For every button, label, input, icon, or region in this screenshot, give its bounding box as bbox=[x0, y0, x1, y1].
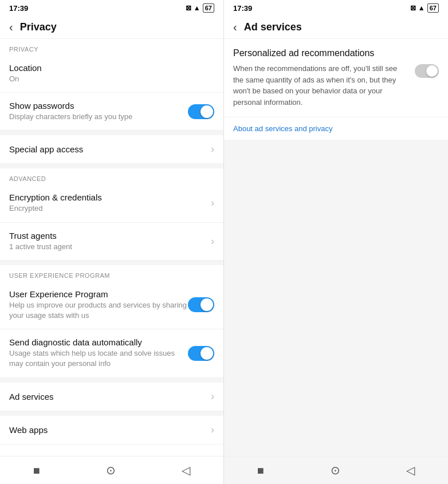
status-icons-left: ⊠ ▲ 67 bbox=[186, 3, 214, 13]
show-passwords-title: Show passwords bbox=[9, 101, 188, 111]
web-apps-content: Web apps bbox=[9, 425, 211, 435]
uxp-title: User Experience Program bbox=[9, 289, 188, 299]
time-left: 17:39 bbox=[9, 4, 28, 13]
divider-2 bbox=[0, 164, 223, 168]
list-item-special-app[interactable]: Special app access › bbox=[0, 135, 223, 164]
list-item-location[interactable]: Location On bbox=[0, 55, 223, 93]
web-apps-title: Web apps bbox=[9, 425, 211, 435]
diagnostic-content: Send diagnostic data automatically Usage… bbox=[9, 337, 188, 369]
list-item-show-passwords[interactable]: Show passwords Display characters briefl… bbox=[0, 93, 223, 131]
special-app-arrow: › bbox=[211, 143, 214, 155]
nav-square-right[interactable]: ■ bbox=[257, 464, 264, 477]
ad-card-title: Personalized ad recommendations bbox=[233, 48, 439, 58]
section-label-advanced: ADVANCED bbox=[0, 168, 223, 184]
divider-5 bbox=[0, 411, 223, 416]
privacy-panel: 17:39 ⊠ ▲ 67 ‹ Privacy PRIVACY Location … bbox=[0, 0, 224, 484]
location-title: Location bbox=[9, 63, 214, 73]
encryption-subtitle: Encrypted bbox=[9, 203, 211, 214]
ad-services-panel: 17:39 ⊠ ▲ 67 ‹ Ad services Personalized … bbox=[224, 0, 448, 484]
show-passwords-toggle-container bbox=[188, 104, 214, 119]
special-app-content: Special app access bbox=[9, 144, 211, 154]
uxp-knob bbox=[201, 298, 213, 311]
ad-link[interactable]: About ad services and privacy bbox=[224, 117, 448, 140]
trust-agents-arrow: › bbox=[211, 235, 214, 247]
web-apps-arrow: › bbox=[211, 424, 214, 436]
sim-icon-right: ⊠ bbox=[410, 4, 416, 12]
uxp-content: User Experience Program Help us improve … bbox=[9, 289, 188, 321]
show-passwords-knob bbox=[201, 105, 213, 118]
list-item-uxp[interactable]: User Experience Program Help us improve … bbox=[0, 281, 223, 329]
nav-circle-right[interactable]: ⊙ bbox=[331, 463, 340, 477]
status-icons-right: ⊠ ▲ 67 bbox=[410, 3, 439, 13]
privacy-scroll: PRIVACY Location On Show passwords Displ… bbox=[0, 39, 223, 456]
battery-left: 67 bbox=[203, 3, 214, 13]
ad-card-row: When the recommendations are off, you'll… bbox=[233, 63, 439, 108]
top-bar-left: ‹ Privacy bbox=[0, 16, 223, 39]
encryption-title: Encryption & credentials bbox=[9, 192, 211, 202]
section-label-uxp: USER EXPERIENCE PROGRAM bbox=[0, 265, 223, 281]
list-item-ad-services[interactable]: Ad services › bbox=[0, 383, 223, 411]
battery-right: 67 bbox=[427, 3, 439, 13]
time-right: 17:39 bbox=[233, 4, 252, 13]
list-item-encryption[interactable]: Encryption & credentials Encrypted › bbox=[0, 184, 223, 222]
trust-agents-content: Trust agents 1 active trust agent bbox=[9, 231, 211, 252]
ad-card: Personalized ad recommendations When the… bbox=[224, 39, 448, 117]
list-item-web-apps[interactable]: Web apps › bbox=[0, 416, 223, 444]
back-button-left[interactable]: ‹ bbox=[9, 21, 13, 34]
location-subtitle: On bbox=[9, 74, 214, 84]
status-bar-left: 17:39 ⊠ ▲ 67 bbox=[0, 0, 223, 16]
ad-services-content: Ad services bbox=[9, 392, 211, 402]
ad-services-title: Ad services bbox=[9, 392, 211, 402]
nav-triangle-left[interactable]: ◁ bbox=[182, 463, 190, 477]
page-title-left: Privacy bbox=[20, 21, 57, 33]
list-item-diagnostic[interactable]: Send diagnostic data automatically Usage… bbox=[0, 329, 223, 377]
show-passwords-toggle[interactable] bbox=[188, 104, 214, 119]
nav-triangle-right[interactable]: ◁ bbox=[406, 463, 415, 477]
diagnostic-subtitle: Usage stats which help us locate and sol… bbox=[9, 348, 188, 369]
ad-services-arrow: › bbox=[211, 391, 214, 403]
encryption-content: Encryption & credentials Encrypted bbox=[9, 192, 211, 214]
list-item-trust-agents[interactable]: Trust agents 1 active trust agent › bbox=[0, 223, 223, 261]
trust-agents-subtitle: 1 active trust agent bbox=[9, 242, 211, 252]
divider-3 bbox=[0, 261, 223, 265]
nav-square-left[interactable]: ■ bbox=[33, 464, 40, 477]
encryption-arrow: › bbox=[211, 197, 214, 209]
uxp-toggle-container bbox=[188, 297, 214, 312]
nav-circle-left[interactable]: ⊙ bbox=[106, 463, 116, 477]
location-content: Location On bbox=[9, 63, 214, 84]
back-button-right[interactable]: ‹ bbox=[233, 21, 237, 34]
section-label-privacy: PRIVACY bbox=[0, 39, 223, 55]
diagnostic-toggle[interactable] bbox=[188, 346, 214, 361]
trust-agents-title: Trust agents bbox=[9, 231, 211, 241]
diagnostic-toggle-container bbox=[188, 346, 214, 361]
sim-icon: ⊠ bbox=[186, 4, 191, 12]
page-title-right: Ad services bbox=[244, 21, 302, 33]
wifi-icon-right: ▲ bbox=[418, 4, 425, 12]
ad-scroll: Personalized ad recommendations When the… bbox=[224, 39, 448, 456]
special-app-title: Special app access bbox=[9, 144, 211, 154]
show-passwords-content: Show passwords Display characters briefl… bbox=[9, 101, 188, 122]
ad-recommendations-toggle[interactable] bbox=[415, 64, 439, 78]
top-bar-right: ‹ Ad services bbox=[224, 16, 448, 39]
uxp-toggle[interactable] bbox=[188, 297, 214, 312]
bottom-nav-right: ■ ⊙ ◁ bbox=[224, 456, 448, 484]
bottom-nav-left: ■ ⊙ ◁ bbox=[0, 456, 223, 484]
status-bar-right: 17:39 ⊠ ▲ 67 bbox=[224, 0, 448, 16]
ad-recommendations-knob bbox=[426, 65, 438, 77]
show-passwords-subtitle: Display characters briefly as you type bbox=[9, 112, 188, 122]
diagnostic-knob bbox=[201, 347, 213, 360]
ad-card-description: When the recommendations are off, you'll… bbox=[233, 63, 408, 108]
diagnostic-title: Send diagnostic data automatically bbox=[9, 337, 188, 347]
divider-1 bbox=[0, 131, 223, 135]
divider-4 bbox=[0, 378, 223, 383]
uxp-subtitle: Help us improve our products and service… bbox=[9, 300, 188, 321]
wifi-icon: ▲ bbox=[194, 4, 201, 12]
